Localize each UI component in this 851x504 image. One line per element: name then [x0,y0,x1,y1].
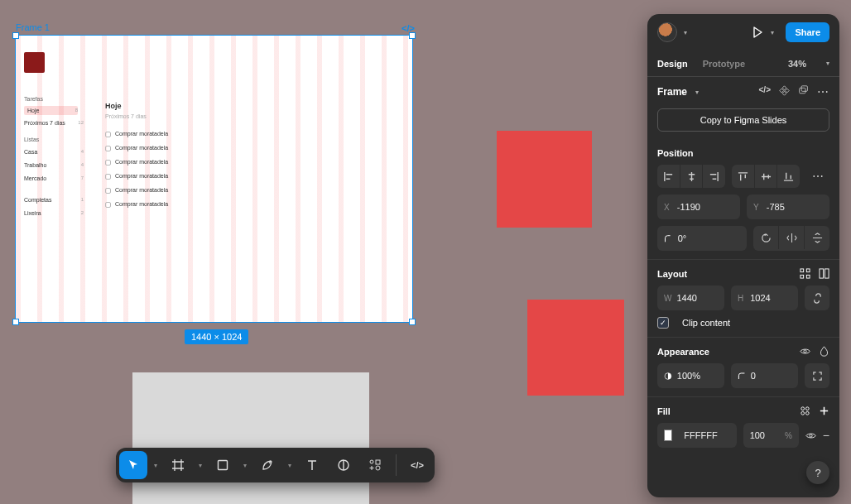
align-bottom-button[interactable] [776,165,800,188]
svg-rect-1 [801,86,807,92]
opacity-icon [664,371,672,382]
frame-content: Tarefas Hoje8 Próximos 7 dias12 Listas C… [16,36,412,322]
mock-item-trabalho: Trabalho4 [24,162,84,168]
corner-radius-input[interactable]: 0 [731,363,798,388]
svg-point-10 [801,407,805,410]
rotate-90-button[interactable] [753,226,778,249]
dev-mode-toggle[interactable]: </> [403,451,431,479]
move-tool[interactable] [119,451,147,479]
frame-type-caret[interactable]: ▾ [695,89,699,96]
position-y-input[interactable]: Y-785 [747,194,829,219]
align-more-button[interactable]: ⋯ [806,165,829,188]
resize-handle-tr[interactable] [409,32,416,39]
component-diamond-icon[interactable] [779,85,790,96]
svg-rect-18 [376,460,380,464]
text-tool[interactable] [298,451,326,479]
fill-visibility-icon[interactable] [805,430,816,441]
fill-opacity-input[interactable]: 100% [743,423,799,448]
pen-tool-caret[interactable]: ▾ [285,462,295,469]
flip-group [753,226,829,251]
rotation-input[interactable]: 0° [657,226,747,251]
frame-type-dropdown[interactable]: Frame [657,86,687,98]
dev-mode-link-icon[interactable]: </> [759,85,771,98]
mock-item-proximos: Próximos 7 dias12 [24,120,84,126]
align-v-group [732,165,800,188]
shape-tool-caret[interactable]: ▾ [240,462,250,469]
tab-prototype[interactable]: Prototype [703,59,745,69]
constrain-proportions-button[interactable] [805,286,829,310]
canvas-rectangle-2[interactable] [527,300,624,396]
comment-tool[interactable] [329,451,358,479]
svg-point-16 [269,462,271,463]
align-hcenter-button[interactable] [680,165,703,188]
present-icon[interactable] [751,26,764,39]
tab-design[interactable]: Design [657,59,688,69]
frame-tool[interactable] [164,451,192,479]
fill-styles-icon[interactable] [800,406,810,416]
annotations-icon[interactable] [798,85,809,96]
selection-dimensions: 1440 × 1024 [185,329,248,344]
svg-rect-5 [806,275,810,278]
canvas-rectangle-1[interactable] [497,131,592,228]
svg-point-11 [805,407,809,410]
mock-task-2: Comprar moratadela [105,145,168,151]
avatar[interactable] [657,22,677,42]
more-icon[interactable]: ⋯ [817,85,829,98]
resize-handle-br[interactable] [409,319,416,325]
mock-task-3: Comprar moratadela [105,159,168,166]
resize-handle-tl[interactable] [12,32,19,39]
mock-item-casa: Casa4 [24,149,84,155]
toolbar-separator [396,454,397,476]
flip-horizontal-button[interactable] [778,226,804,249]
pen-tool[interactable] [253,451,281,479]
svg-rect-3 [806,269,810,272]
height-input[interactable]: H1024 [731,286,798,310]
svg-point-13 [805,411,809,415]
mock-head-listas: Listas [24,137,39,142]
frame-label[interactable]: Frame 1 [16,22,50,32]
flip-vertical-button[interactable] [804,226,829,249]
blend-mode-icon[interactable] [819,346,829,357]
mock-task-5: Comprar moratadela [105,187,168,194]
remove-fill-icon[interactable]: − [823,429,829,442]
align-right-button[interactable] [702,165,725,188]
align-vcenter-button[interactable] [754,165,777,188]
share-button[interactable]: Share [786,22,829,42]
svg-rect-6 [820,269,824,278]
opacity-input[interactable]: 100% [657,363,724,388]
actions-tool[interactable] [361,451,389,479]
fill-title: Fill [657,406,671,416]
fill-swatch[interactable] [664,430,672,441]
align-top-button[interactable] [732,165,754,188]
fill-color-input[interactable]: FFFFFF [657,423,737,448]
visibility-icon[interactable] [800,346,810,357]
width-input[interactable]: W1440 [657,286,724,310]
autolayout-grid-icon[interactable] [800,268,810,279]
svg-rect-4 [801,275,804,278]
avatar-menu-caret[interactable]: ▾ [684,29,687,36]
mock-logo [24,52,45,73]
position-x-input[interactable]: X-1190 [657,194,740,219]
mock-item-completas: Completas1 [24,197,84,203]
move-tool-caret[interactable]: ▾ [151,462,161,469]
svg-rect-2 [801,269,804,272]
autolayout-add-icon[interactable] [819,268,829,279]
align-h-group [657,165,725,188]
frame-tool-caret[interactable]: ▾ [195,462,205,469]
clip-content-checkbox[interactable] [657,317,669,329]
independent-corners-button[interactable] [805,363,829,388]
help-button[interactable]: ? [806,461,829,484]
copy-to-slides-button[interactable]: Copy to Figma Slides [657,108,829,132]
add-fill-icon[interactable] [819,406,829,416]
present-menu-caret[interactable]: ▾ [771,29,774,36]
zoom-value[interactable]: 34% [788,59,806,69]
mock-filter: Próximos 7 dias [105,113,147,119]
mock-item-hoje: Hoje8 [24,106,78,115]
align-left-button[interactable] [657,165,680,188]
zoom-caret[interactable]: ▾ [826,60,829,67]
shape-tool[interactable] [209,451,237,479]
resize-handle-bl[interactable] [12,319,19,325]
canvas-grey-frame[interactable] [132,372,369,504]
svg-point-8 [804,350,806,353]
selected-frame[interactable]: Tarefas Hoje8 Próximos 7 dias12 Listas C… [15,35,413,323]
